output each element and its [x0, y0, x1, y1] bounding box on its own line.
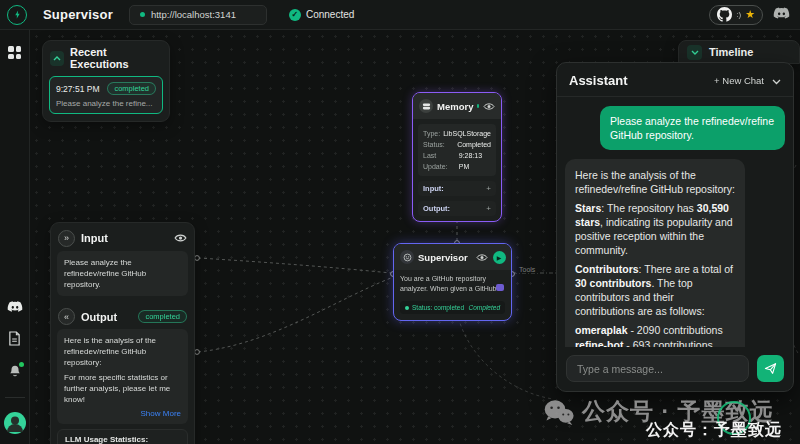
- memory-field-label: Type:: [423, 128, 440, 139]
- supervisor-node[interactable]: Supervisor ▶ You are a GitHub repository…: [393, 243, 512, 321]
- memory-node[interactable]: Memory Type:LibSQLStorage Status:Complet…: [412, 92, 502, 222]
- output-line2: For more specific statistics or further …: [64, 372, 181, 405]
- eye-icon[interactable]: [483, 97, 495, 115]
- assistant-message-bubble: Here is the analysis of the refinedev/re…: [565, 159, 745, 347]
- new-chat-button[interactable]: + New Chat: [714, 75, 764, 86]
- page-title: Supervisor: [43, 7, 113, 22]
- memory-input-label: Input:: [423, 184, 444, 193]
- timeline-panel[interactable]: Timeline: [678, 40, 800, 64]
- star-icon: ★: [745, 9, 755, 20]
- memory-details: Type:LibSQLStorage Status:Completed Last…: [418, 124, 496, 176]
- llm-stats-title: LLM Usage Statistics:: [65, 435, 180, 444]
- timeline-title: Timeline: [709, 46, 753, 58]
- chevron-up-icon[interactable]: [50, 51, 64, 66]
- input-text: Please analyze the refinedev/refine GitH…: [64, 257, 181, 290]
- memory-output-expander[interactable]: Output: +: [418, 201, 496, 216]
- chat-input[interactable]: [566, 355, 749, 382]
- output-status-badge: completed: [138, 310, 187, 323]
- memory-field-value: 9:28:13 PM: [459, 150, 491, 172]
- output-content[interactable]: Here is the analysis of the refinedev/re…: [57, 329, 188, 424]
- sidebar-divider: [5, 397, 25, 398]
- top-bar: Supervisor http://localhost:3141 ✓ Conne…: [0, 0, 800, 30]
- memory-field-value: LibSQLStorage: [443, 128, 491, 139]
- document-icon[interactable]: [8, 331, 21, 350]
- notification-dot: [19, 362, 24, 367]
- output-icon: «: [58, 308, 75, 325]
- notifications-bell-icon[interactable]: [8, 364, 22, 383]
- input-content[interactable]: Please analyze the refinedev/refine GitH…: [57, 251, 188, 296]
- discord-icon[interactable]: [7, 299, 23, 317]
- discord-icon[interactable]: [773, 6, 790, 24]
- execution-preview: Please analyze the refine...: [56, 99, 156, 108]
- server-status-dot: [140, 12, 145, 17]
- input-icon: »: [58, 230, 75, 247]
- output-title: Output: [81, 311, 117, 323]
- reply-contributors-intro: Contributors: There are a total of 30 co…: [575, 262, 735, 318]
- left-sidebar: [0, 30, 30, 444]
- server-url-field[interactable]: http://localhost:3141: [129, 5, 267, 25]
- memory-node-title: Memory: [437, 101, 473, 112]
- contributor-row: omeraplak - 2090 contributions: [575, 323, 735, 338]
- llm-usage-stats: LLM Usage Statistics: Prompt 2202 tokens…: [57, 429, 188, 444]
- recent-executions-panel: Recent Executions 9:27:51 PM completed P…: [42, 40, 170, 122]
- paper-plane-icon: [764, 362, 777, 375]
- supervisor-node-title: Supervisor: [418, 252, 468, 263]
- recent-executions-title: Recent Executions: [70, 46, 162, 70]
- memory-field-value: Completed: [457, 139, 491, 150]
- reply-intro: Here is the analysis of the refinedev/re…: [575, 168, 735, 196]
- show-more-link[interactable]: Show More: [64, 409, 181, 418]
- github-star-button[interactable]: :) ★: [709, 5, 763, 25]
- assistant-panel: Assistant + New Chat Please analyze the …: [556, 62, 794, 392]
- connected-check-icon: ✓: [289, 9, 301, 21]
- agent-icon: [400, 250, 414, 264]
- send-button[interactable]: [757, 355, 784, 382]
- chat-messages[interactable]: Please analyze the refinedev/refine GitH…: [557, 97, 793, 347]
- chevron-down-icon[interactable]: [772, 71, 781, 89]
- io-panel: » Input Please analyze the refinedev/ref…: [50, 222, 195, 444]
- expand-icon[interactable]: +: [486, 184, 491, 193]
- input-title: Input: [81, 232, 108, 244]
- connection-status: Connected: [306, 9, 354, 20]
- execution-time: 9:27:51 PM: [56, 84, 99, 94]
- memory-active-dot: [477, 104, 479, 108]
- apps-grid-icon[interactable]: [8, 46, 21, 59]
- execution-item[interactable]: 9:27:51 PM completed Please analyze the …: [49, 76, 163, 114]
- memory-input-expander[interactable]: Input: +: [418, 181, 496, 196]
- emote-text: :): [736, 10, 741, 19]
- status-completed-text: Completed: [469, 304, 500, 311]
- supervisor-status-bar: Status: completed Completed: [400, 301, 505, 314]
- database-icon: [419, 99, 433, 113]
- assistant-title: Assistant: [569, 73, 628, 88]
- prompt-expand-chip[interactable]: [496, 284, 504, 291]
- eye-icon[interactable]: [174, 229, 187, 247]
- output-line1: Here is the analysis of the refinedev/re…: [64, 335, 181, 368]
- wechat-icon: [543, 399, 574, 425]
- supervisor-prompt: You are a GitHub repository analyzer. Wh…: [400, 274, 505, 294]
- contributor-row: refine-bot - 693 contributions: [575, 338, 735, 348]
- reply-stars: Stars: The repository has 30,590 stars, …: [575, 201, 735, 257]
- memory-field-label: Last Update:: [423, 150, 459, 172]
- expand-icon[interactable]: +: [486, 204, 491, 213]
- status-text: Status: completed: [412, 304, 464, 311]
- github-icon: [717, 7, 732, 22]
- server-url: http://localhost:3141: [151, 9, 236, 20]
- chevron-down-icon[interactable]: [687, 45, 702, 60]
- run-button[interactable]: ▶: [493, 251, 506, 264]
- execution-status-badge: completed: [107, 82, 156, 95]
- memory-field-label: Status:: [423, 139, 445, 150]
- avatar[interactable]: [4, 412, 26, 438]
- status-dot: [405, 306, 409, 310]
- watermark-white: 公众号：予墨致远: [646, 420, 782, 441]
- user-message-bubble: Please analyze the refinedev/refine GitH…: [600, 106, 785, 150]
- eye-icon[interactable]: [476, 248, 488, 266]
- edge-label-tools: Tools: [516, 266, 538, 273]
- memory-output-label: Output:: [423, 204, 450, 213]
- lightning-icon[interactable]: [7, 5, 27, 25]
